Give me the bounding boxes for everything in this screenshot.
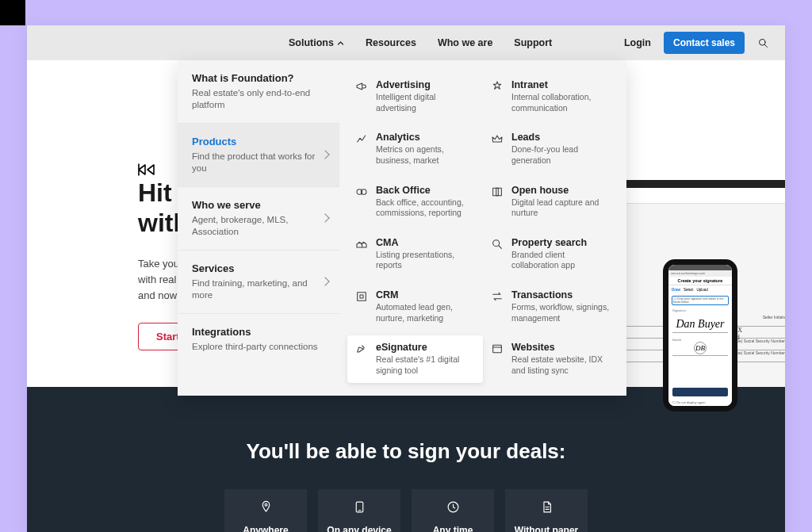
mega-category-who-we-serve[interactable]: Who we serve Agent, brokerage, MLS, Asso… — [178, 187, 339, 251]
product-esignature[interactable]: eSignatureReal estate's #1 digital signi… — [347, 335, 483, 382]
product-crm[interactable]: CRMAutomated lead gen, nurture, marketin… — [347, 283, 483, 330]
pin-icon — [259, 500, 273, 514]
product-transactions[interactable]: TransactionsForms, workflow, signings, m… — [483, 283, 619, 330]
primary-nav: Solutions Resources Who we are Support — [289, 37, 552, 48]
phone-initials: DB — [694, 342, 707, 354]
mega-cat-title: Services — [192, 262, 325, 274]
arrows-icon — [491, 290, 504, 303]
nav-support[interactable]: Support — [514, 37, 552, 48]
tile-label: Without paper — [515, 525, 579, 532]
product-desc: Intelligent digital advertising — [376, 92, 475, 113]
currency-icon — [355, 186, 368, 198]
field-label: Seller Initials — [763, 315, 785, 320]
nav-resources-label: Resources — [366, 37, 416, 48]
svg-rect-7 — [360, 295, 363, 298]
product-back-office[interactable]: Back OfficeBack office, accounting, comm… — [347, 178, 483, 225]
phone-hint: ⓘ Draw your signature and initials in th… — [672, 296, 729, 305]
product-title: eSignature — [376, 342, 475, 353]
nav-right: Login Contact sales — [624, 32, 769, 54]
product-analytics[interactable]: AnalyticsMetrics on agents, business, ma… — [347, 125, 483, 172]
product-desc: Internal collaboration, communication — [511, 92, 611, 113]
brand-mark-icon — [138, 163, 159, 176]
search-icon[interactable] — [757, 37, 769, 49]
product-open-house[interactable]: Open houseDigital lead capture and nurtu… — [483, 178, 619, 225]
phone-signature: Dan Buyer — [672, 316, 728, 333]
nav-resources[interactable]: Resources — [366, 37, 416, 48]
page-frame: Solutions Resources Who we are Support L… — [27, 25, 785, 532]
mega-menu-products-grid: AdvertisingIntelligent digital advertisi… — [339, 60, 626, 396]
nav-who-we-are[interactable]: Who we are — [438, 37, 492, 48]
tile-label: On any device — [327, 525, 391, 532]
product-title: Back Office — [376, 185, 475, 196]
mega-category-services[interactable]: Services Find training, marketing, and m… — [178, 251, 339, 314]
product-title: CMA — [376, 237, 475, 248]
login-link[interactable]: Login — [624, 37, 651, 48]
svg-rect-4 — [496, 188, 499, 195]
mega-cat-desc: Explore third-party connections — [192, 341, 325, 353]
phone-title: Create your signature — [668, 277, 732, 285]
nav-solutions[interactable]: Solutions — [289, 37, 344, 48]
star-icon — [491, 80, 504, 93]
product-websites[interactable]: WebsitesReal estate website, IDX and lis… — [483, 335, 619, 382]
clock-icon — [446, 500, 460, 514]
houses-icon — [355, 238, 368, 251]
mega-category-integrations[interactable]: Integrations Explore third-party connect… — [178, 314, 339, 365]
target-icon — [355, 290, 368, 303]
product-title: CRM — [376, 289, 475, 300]
product-desc: Real estate's #1 digital signing tool — [376, 354, 475, 376]
product-title: Analytics — [376, 132, 475, 143]
contact-sales-button[interactable]: Contact sales — [664, 32, 745, 54]
phone-tab: Select — [684, 288, 694, 292]
svg-point-9 — [265, 503, 267, 506]
phone-tab: Draw — [672, 288, 680, 292]
product-desc: Branded client collaboration app — [511, 250, 611, 271]
window-icon — [491, 343, 504, 355]
crown-icon — [491, 132, 504, 145]
product-advertising[interactable]: AdvertisingIntelligent digital advertisi… — [347, 73, 483, 120]
tile-anywhere: Anywhere — [224, 489, 307, 532]
solutions-mega-menu: What is Foundation? Real estate's only e… — [178, 60, 626, 396]
svg-point-0 — [760, 39, 766, 45]
svg-point-5 — [493, 240, 500, 247]
mega-cat-desc: Agent, brokerage, MLS, Association — [192, 214, 325, 238]
phone-checkbox-label: ☐ Do not display again — [672, 400, 705, 404]
benefits-tiles: Anywhere On any device Any time Without … — [27, 489, 785, 532]
phone-tab: Upload — [697, 288, 708, 292]
mega-category-products[interactable]: Products Find the product that works for… — [178, 124, 339, 187]
document-icon — [540, 500, 553, 514]
mega-cat-title: Products — [192, 136, 325, 147]
product-desc: Metrics on agents, business, market — [376, 144, 475, 166]
svg-rect-3 — [493, 188, 502, 195]
phone-label: Signature — [672, 308, 728, 312]
product-title: Intranet — [511, 79, 611, 90]
svg-rect-6 — [358, 293, 366, 301]
product-property-search[interactable]: Property searchBranded client collaborat… — [483, 231, 619, 277]
product-title: Websites — [511, 342, 611, 353]
product-desc: Digital lead capture and nurture — [511, 197, 611, 219]
mega-cat-desc: Real estate's only end-to-end platform — [192, 87, 325, 111]
phone-screen: secure.authentisign.com Create your sign… — [668, 265, 732, 406]
product-desc: Back office, accounting, commissions, re… — [376, 197, 475, 219]
product-cma[interactable]: CMAListing presentations, reports — [347, 231, 483, 277]
product-desc: Listing presentations, reports — [376, 250, 475, 271]
mega-cat-title: Integrations — [192, 326, 325, 338]
topbar: Solutions Resources Who we are Support L… — [27, 25, 785, 60]
product-intranet[interactable]: IntranetInternal collaboration, communic… — [483, 73, 619, 120]
product-desc: Real estate website, IDX and listing syn… — [511, 354, 611, 376]
megaphone-icon — [355, 80, 368, 93]
nav-who-label: Who we are — [438, 37, 492, 48]
tile-label: Any time — [433, 525, 473, 532]
phone-url: secure.authentisign.com — [668, 270, 732, 277]
nav-solutions-label: Solutions — [289, 37, 334, 48]
mega-category-foundation[interactable]: What is Foundation? Real estate's only e… — [178, 60, 339, 124]
product-title: Transactions — [511, 289, 611, 300]
product-desc: Done-for-you lead generation — [511, 144, 611, 166]
mega-cat-desc: Find training, marketing, and more — [192, 277, 325, 301]
product-title: Leads — [511, 132, 611, 143]
mega-cat-title: What is Foundation? — [192, 72, 325, 84]
product-title: Property search — [511, 237, 611, 248]
chart-icon — [355, 132, 368, 145]
product-title: Open house — [511, 185, 611, 196]
product-leads[interactable]: LeadsDone-for-you lead generation — [483, 125, 619, 172]
mega-cat-title: Who we serve — [192, 199, 325, 211]
